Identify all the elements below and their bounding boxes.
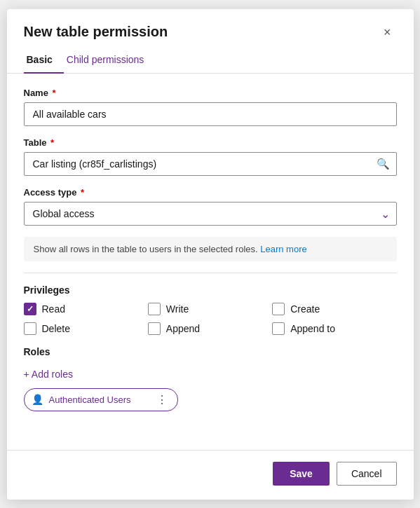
privilege-delete-label: Delete — [42, 323, 70, 334]
privilege-create[interactable]: Create — [272, 303, 396, 315]
privilege-read[interactable]: Read — [24, 303, 148, 315]
checkbox-append-to[interactable] — [272, 322, 285, 335]
cancel-button[interactable]: Cancel — [337, 462, 397, 486]
privileges-grid: Read Write Create Delete Append — [24, 303, 397, 335]
access-type-select[interactable]: Global access Contact access Account acc… — [24, 202, 397, 226]
table-field-group: Table * 🔍 — [24, 137, 397, 176]
table-label: Table * — [24, 137, 397, 148]
tab-bar: Basic Child permissions — [7, 48, 414, 74]
checkbox-create[interactable] — [272, 303, 285, 315]
more-options-icon[interactable]: ⋮ — [156, 393, 168, 406]
table-input[interactable] — [24, 152, 397, 176]
role-chip-label: Authenticated Users — [49, 394, 131, 405]
dialog-body: Name * Table * 🔍 Access type * Global ac… — [7, 74, 414, 450]
add-roles-button[interactable]: + Add roles — [24, 367, 397, 381]
checkbox-delete[interactable] — [24, 322, 36, 335]
access-type-label: Access type * — [24, 187, 397, 198]
privilege-read-label: Read — [42, 303, 65, 315]
privilege-append[interactable]: Append — [148, 322, 272, 335]
name-label: Name * — [24, 88, 397, 98]
save-button[interactable]: Save — [273, 462, 330, 486]
privilege-append-to[interactable]: Append to — [272, 322, 396, 335]
user-icon: 👤 — [32, 394, 43, 405]
dialog-title: New table permission — [24, 24, 168, 40]
access-type-field-group: Access type * Global access Contact acce… — [24, 187, 397, 226]
new-table-permission-dialog: New table permission × Basic Child permi… — [7, 9, 414, 500]
name-input[interactable] — [24, 102, 397, 126]
checkbox-append[interactable] — [148, 322, 161, 335]
privilege-create-label: Create — [290, 303, 320, 315]
name-field-group: Name * — [24, 88, 397, 126]
tab-child-permissions[interactable]: Child permissions — [64, 48, 155, 74]
close-button[interactable]: × — [378, 23, 397, 41]
privilege-append-label: Append — [166, 323, 200, 334]
tab-basic[interactable]: Basic — [24, 48, 64, 74]
privilege-append-to-label: Append to — [290, 323, 335, 334]
roles-label: Roles — [24, 346, 397, 357]
dialog-footer: Save Cancel — [7, 451, 414, 500]
access-type-info-box: Show all rows in the table to users in t… — [24, 237, 397, 261]
table-search-wrapper: 🔍 — [24, 152, 397, 176]
privilege-write-label: Write — [166, 303, 189, 315]
access-type-select-wrapper: Global access Contact access Account acc… — [24, 202, 397, 226]
roles-section: Roles + Add roles 👤 Authenticated Users … — [24, 346, 397, 411]
divider-1 — [24, 273, 397, 273]
dialog-header: New table permission × — [7, 9, 414, 48]
privilege-delete[interactable]: Delete — [24, 322, 148, 335]
checkbox-write[interactable] — [148, 303, 161, 315]
privileges-label: Privileges — [24, 284, 397, 296]
privilege-write[interactable]: Write — [148, 303, 272, 315]
learn-more-link[interactable]: Learn more — [260, 244, 306, 254]
checkbox-read[interactable] — [24, 303, 36, 315]
role-chip-authenticated-users[interactable]: 👤 Authenticated Users ⋮ — [24, 388, 178, 411]
privileges-section: Privileges Read Write Create Delete — [24, 284, 397, 335]
